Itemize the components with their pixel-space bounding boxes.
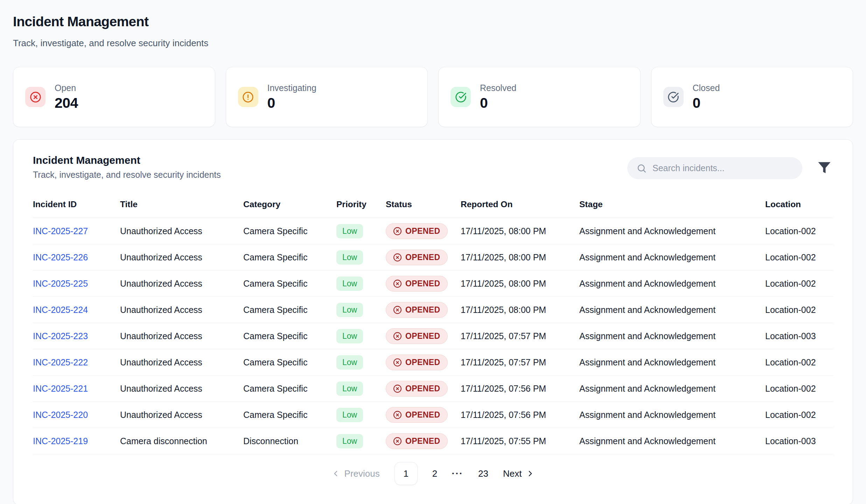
incident-reported-on: 17/11/2025, 07:56 PM <box>461 402 579 428</box>
stat-card-investigating: Investigating 0 <box>226 67 428 127</box>
incident-title: Camera disconnection <box>120 428 243 454</box>
table-row: INC-2025-227 Unauthorized Access Camera … <box>33 218 833 244</box>
incident-stage: Assignment and Acknowledgement <box>579 244 765 271</box>
stat-label: Resolved <box>480 83 516 93</box>
filter-button[interactable] <box>816 159 833 177</box>
circle-x-icon <box>393 411 402 419</box>
circle-x-icon <box>393 384 402 393</box>
table-row: INC-2025-220 Unauthorized Access Camera … <box>33 402 833 428</box>
circle-x-icon <box>25 87 46 107</box>
circle-x-icon <box>393 279 402 288</box>
column-header-status: Status <box>386 200 461 218</box>
status-badge: OPENED <box>386 328 448 344</box>
priority-badge: Low <box>336 408 363 422</box>
incident-id-link[interactable]: INC-2025-224 <box>33 305 88 315</box>
status-badge: OPENED <box>386 433 448 449</box>
incident-location: Location-002 <box>765 402 833 428</box>
incident-stage: Assignment and Acknowledgement <box>579 349 765 376</box>
incident-id-link[interactable]: INC-2025-220 <box>33 410 88 420</box>
incident-id-link[interactable]: INC-2025-227 <box>33 226 88 236</box>
status-badge: OPENED <box>386 381 448 397</box>
incident-title: Unauthorized Access <box>120 323 243 349</box>
incident-category: Camera Specific <box>243 376 336 402</box>
column-header-incident-id: Incident ID <box>33 200 120 218</box>
check-circle-icon <box>663 87 684 107</box>
incident-reported-on: 17/11/2025, 07:57 PM <box>461 323 579 349</box>
circle-x-icon <box>393 253 402 262</box>
column-header-category: Category <box>243 200 336 218</box>
incident-category: Camera Specific <box>243 349 336 376</box>
search-icon <box>636 163 647 174</box>
stat-card-resolved: Resolved 0 <box>438 67 641 127</box>
incident-stage: Assignment and Acknowledgement <box>579 271 765 297</box>
incidents-panel: Incident Management Track, investigate, … <box>13 139 853 504</box>
stat-card-open: Open 204 <box>13 67 215 127</box>
incident-reported-on: 17/11/2025, 08:00 PM <box>461 218 579 244</box>
alert-circle-icon <box>238 87 258 107</box>
page-button-2[interactable]: 2 <box>432 468 437 479</box>
stat-value: 0 <box>480 95 516 111</box>
priority-badge: Low <box>336 224 363 238</box>
incident-location: Location-002 <box>765 349 833 376</box>
incident-category: Camera Specific <box>243 323 336 349</box>
priority-badge: Low <box>336 434 363 448</box>
circle-x-icon <box>393 437 402 446</box>
next-button[interactable]: Next <box>503 468 535 479</box>
column-header-reported-on: Reported On <box>461 200 579 218</box>
incident-title: Unauthorized Access <box>120 376 243 402</box>
incident-category: Camera Specific <box>243 271 336 297</box>
status-badge: OPENED <box>386 355 448 370</box>
incident-reported-on: 17/11/2025, 07:57 PM <box>461 349 579 376</box>
table-row: INC-2025-223 Unauthorized Access Camera … <box>33 323 833 349</box>
priority-badge: Low <box>336 303 363 317</box>
incident-stage: Assignment and Acknowledgement <box>579 428 765 454</box>
incident-id-link[interactable]: INC-2025-223 <box>33 331 88 341</box>
page-button-23[interactable]: 23 <box>478 468 488 479</box>
column-header-title: Title <box>120 200 243 218</box>
table-row: INC-2025-225 Unauthorized Access Camera … <box>33 271 833 297</box>
table-row: INC-2025-226 Unauthorized Access Camera … <box>33 244 833 271</box>
previous-button[interactable]: Previous <box>331 468 380 479</box>
incident-stage: Assignment and Acknowledgement <box>579 297 765 323</box>
incident-stage: Assignment and Acknowledgement <box>579 323 765 349</box>
incident-title: Unauthorized Access <box>120 402 243 428</box>
incident-location: Location-002 <box>765 271 833 297</box>
incident-location: Location-002 <box>765 218 833 244</box>
incident-category: Camera Specific <box>243 218 336 244</box>
page-title: Incident Management <box>13 14 853 29</box>
table-row: INC-2025-221 Unauthorized Access Camera … <box>33 376 833 402</box>
panel-subtitle: Track, investigate, and resolve security… <box>33 170 221 180</box>
incident-title: Unauthorized Access <box>120 218 243 244</box>
check-circle-icon <box>451 87 471 107</box>
status-badge: OPENED <box>386 407 448 423</box>
circle-x-icon <box>393 332 402 341</box>
stats-row: Open 204 Investigating 0 Resolved 0 <box>13 67 853 127</box>
incident-category: Camera Specific <box>243 297 336 323</box>
priority-badge: Low <box>336 329 363 343</box>
table-row: INC-2025-224 Unauthorized Access Camera … <box>33 297 833 323</box>
incident-title: Unauthorized Access <box>120 297 243 323</box>
search-box[interactable] <box>627 157 802 179</box>
chevron-right-icon <box>526 469 535 478</box>
incident-reported-on: 17/11/2025, 07:55 PM <box>461 428 579 454</box>
stat-value: 0 <box>693 95 720 111</box>
search-input[interactable] <box>652 163 793 173</box>
panel-title: Incident Management <box>33 154 221 166</box>
status-badge: OPENED <box>386 250 448 265</box>
incident-id-link[interactable]: INC-2025-225 <box>33 279 88 288</box>
status-badge: OPENED <box>386 276 448 292</box>
incident-location: Location-002 <box>765 376 833 402</box>
stat-value: 0 <box>267 95 316 111</box>
incident-id-link[interactable]: INC-2025-221 <box>33 384 88 393</box>
incident-reported-on: 17/11/2025, 08:00 PM <box>461 244 579 271</box>
incident-id-link[interactable]: INC-2025-222 <box>33 357 88 367</box>
incident-location: Location-002 <box>765 297 833 323</box>
stat-value: 204 <box>55 95 78 111</box>
chevron-left-icon <box>331 469 340 478</box>
incident-id-link[interactable]: INC-2025-219 <box>33 436 88 446</box>
incident-id-link[interactable]: INC-2025-226 <box>33 252 88 262</box>
page-button-1[interactable]: 1 <box>394 462 418 485</box>
circle-x-icon <box>393 358 402 367</box>
incident-category: Camera Specific <box>243 402 336 428</box>
pagination-ellipsis[interactable]: ••• <box>452 470 463 477</box>
